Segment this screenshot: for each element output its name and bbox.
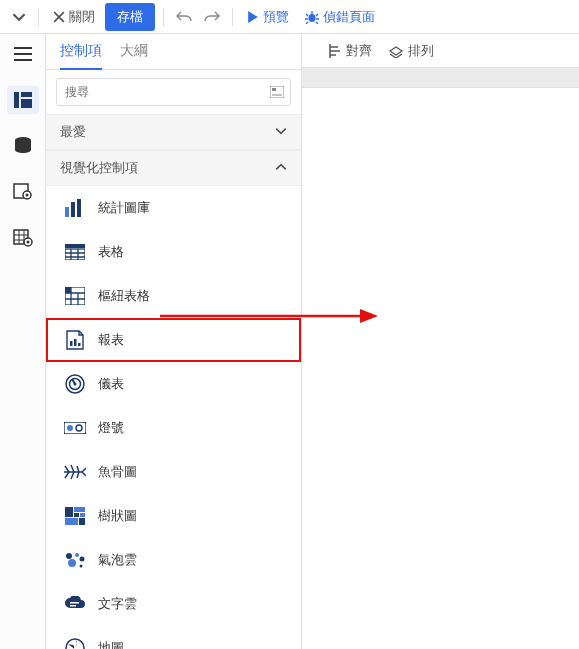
separator (232, 8, 233, 26)
section-favorites[interactable]: 最愛 (46, 114, 301, 150)
item-label: 儀表 (98, 375, 124, 393)
rail-layers-button[interactable] (7, 224, 39, 252)
list-item-map[interactable]: 地圖 (46, 626, 301, 649)
svg-point-27 (67, 425, 73, 431)
chevron-down-icon[interactable] (8, 6, 30, 28)
list-item-pivot-table[interactable]: 樞紐表格 (46, 274, 301, 318)
svg-point-28 (76, 425, 82, 431)
redo-button[interactable] (200, 6, 224, 28)
list-item-table[interactable]: 表格 (46, 230, 301, 274)
list-item-signal[interactable]: 燈號 (46, 406, 301, 450)
search-row (56, 78, 291, 106)
controls-list: 統計圖庫 表格 樞紐表格 報表 (46, 186, 301, 649)
table-icon (64, 242, 86, 262)
rail-settings-button[interactable] (7, 178, 39, 206)
svg-point-0 (309, 14, 316, 22)
canvas-area: 對齊 排列 (302, 34, 579, 649)
rail-data-button[interactable] (7, 132, 39, 160)
svg-rect-20 (70, 341, 73, 346)
svg-point-42 (66, 639, 84, 649)
svg-point-39 (80, 565, 83, 568)
globe-icon (64, 638, 86, 649)
debug-button[interactable]: 偵錯頁面 (299, 4, 381, 30)
rail-layout-button[interactable] (7, 86, 39, 114)
item-label: 表格 (98, 243, 124, 261)
save-button[interactable]: 存檔 (105, 3, 155, 31)
svg-rect-21 (74, 339, 77, 346)
align-button[interactable]: 對齊 (322, 38, 378, 64)
debug-label: 偵錯頁面 (323, 8, 375, 26)
bubble-cloud-icon (64, 550, 86, 570)
arrange-button[interactable]: 排列 (382, 38, 440, 64)
svg-rect-31 (74, 513, 79, 517)
preview-button[interactable]: 預覽 (241, 4, 295, 30)
svg-rect-17 (65, 249, 85, 260)
signal-icon (64, 418, 86, 438)
svg-point-7 (25, 194, 28, 197)
arrange-icon (388, 44, 404, 58)
chevron-down-icon (275, 125, 287, 140)
item-label: 魚骨圖 (98, 463, 137, 481)
separator (163, 8, 164, 26)
svg-rect-3 (21, 99, 32, 108)
list-item-word-cloud[interactable]: 文字雲 (46, 582, 301, 626)
list-item-stat-gallery[interactable]: 統計圖庫 (46, 186, 301, 230)
item-label: 樹狀圖 (98, 507, 137, 525)
database-icon (14, 137, 32, 155)
svg-rect-32 (80, 513, 85, 517)
arrange-label: 排列 (408, 42, 434, 60)
search-options-icon[interactable] (264, 86, 290, 98)
list-item-treemap[interactable]: 樹狀圖 (46, 494, 301, 538)
bar-chart-icon (64, 198, 86, 218)
tab-controls[interactable]: 控制項 (60, 42, 102, 70)
fishbone-icon (64, 462, 86, 482)
tab-outline[interactable]: 大綱 (120, 42, 148, 69)
svg-rect-2 (21, 92, 32, 97)
search-input[interactable] (57, 85, 264, 99)
save-label: 存檔 (117, 9, 143, 24)
svg-rect-29 (65, 507, 73, 517)
grid-gear-icon (13, 229, 33, 247)
hamburger-icon (14, 47, 32, 61)
canvas-header-strip (302, 68, 579, 88)
panel-tabs: 控制項 大綱 (46, 34, 301, 70)
align-label: 對齊 (346, 42, 372, 60)
close-icon (53, 11, 65, 23)
chevron-up-icon (275, 161, 287, 176)
item-label: 統計圖庫 (98, 199, 150, 217)
list-item-bubble-cloud[interactable]: 氣泡雲 (46, 538, 301, 582)
svg-rect-12 (272, 88, 276, 91)
left-rail (0, 34, 46, 649)
close-button[interactable]: 關閉 (47, 4, 101, 30)
svg-point-25 (74, 383, 77, 386)
svg-rect-40 (70, 602, 79, 604)
treemap-icon (64, 506, 86, 526)
svg-rect-33 (65, 518, 78, 525)
undo-button[interactable] (172, 6, 196, 28)
list-item-fishbone[interactable]: 魚骨圖 (46, 450, 301, 494)
svg-rect-1 (14, 92, 19, 108)
svg-point-38 (68, 559, 76, 567)
svg-point-35 (66, 553, 72, 559)
word-cloud-icon (64, 594, 86, 614)
svg-point-10 (26, 241, 29, 244)
section-visualization[interactable]: 視覺化控制項 (46, 150, 301, 186)
svg-rect-19 (65, 287, 71, 293)
preview-label: 預覽 (263, 8, 289, 26)
controls-panel: 控制項 大綱 最愛 視覺化控制項 統計圖 (46, 34, 302, 649)
item-label: 報表 (98, 331, 124, 349)
box-gear-icon (13, 183, 33, 201)
svg-rect-14 (71, 202, 75, 217)
svg-point-37 (80, 557, 85, 562)
svg-rect-41 (70, 605, 76, 607)
section-favorites-label: 最愛 (60, 123, 86, 141)
svg-rect-34 (79, 518, 85, 525)
list-item-gauge[interactable]: 儀表 (46, 362, 301, 406)
item-label: 文字雲 (98, 595, 137, 613)
svg-rect-15 (77, 199, 81, 217)
list-item-report[interactable]: 報表 (46, 318, 301, 362)
separator (38, 8, 39, 26)
svg-rect-16 (65, 244, 85, 248)
rail-menu-button[interactable] (7, 40, 39, 68)
section-visualization-label: 視覺化控制項 (60, 159, 138, 177)
